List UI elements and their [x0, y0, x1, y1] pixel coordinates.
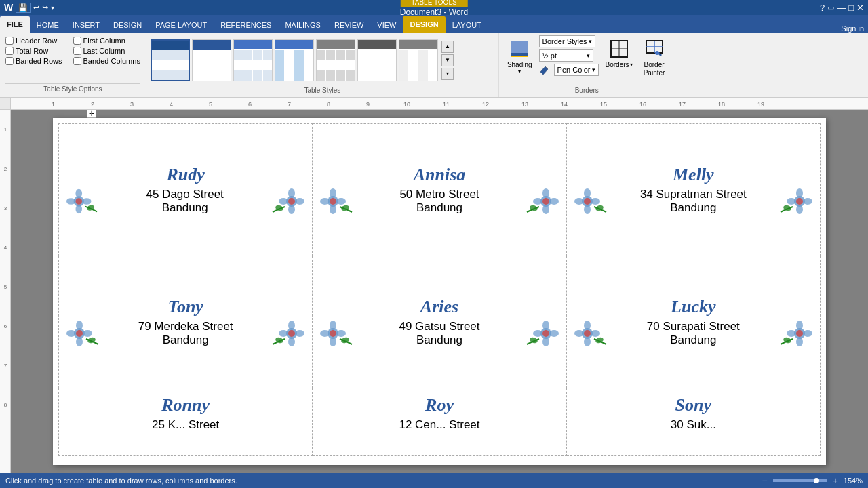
- tab-review[interactable]: REVIEW: [328, 18, 370, 33]
- label-cell-annisa[interactable]: Annisa: [313, 124, 566, 256]
- redo-icon[interactable]: ↪: [42, 3, 48, 12]
- svg-point-78: [787, 198, 796, 205]
- table-move-handle[interactable]: ✛: [87, 110, 96, 118]
- street-sony: 30 Suk...: [671, 418, 716, 432]
- help-icon[interactable]: ?: [820, 3, 825, 13]
- tab-table-design[interactable]: DESIGN: [403, 16, 445, 33]
- zoom-slider[interactable]: [773, 479, 827, 482]
- label-cell-sony[interactable]: Sony 30 Suk...: [566, 388, 820, 456]
- svg-text:17: 17: [679, 101, 686, 108]
- first-column-checkbox-label[interactable]: First Column: [73, 37, 140, 45]
- undo-icon[interactable]: ↩: [33, 3, 39, 12]
- total-row-checkbox[interactable]: [5, 47, 14, 55]
- border-painter-button[interactable]: BorderPainter: [639, 35, 669, 79]
- city-aries: Bandung: [355, 333, 524, 347]
- svg-point-83: [76, 337, 83, 346]
- label-cell-roy[interactable]: Roy 12 Cen... Street: [313, 388, 566, 456]
- svg-point-120: [787, 330, 796, 337]
- svg-point-117: [796, 321, 803, 330]
- svg-point-43: [82, 198, 91, 205]
- flower-right-3: [778, 188, 813, 215]
- table-style-7[interactable]: [399, 39, 438, 81]
- tab-insert[interactable]: INSERT: [66, 18, 106, 33]
- shading-button[interactable]: Shading ▾: [505, 35, 535, 76]
- table-style-4[interactable]: [275, 39, 314, 81]
- scroll-up-button[interactable]: ▲: [441, 41, 454, 53]
- svg-point-76: [796, 205, 803, 214]
- tab-page-layout[interactable]: PAGE LAYOUT: [149, 18, 214, 33]
- banded-columns-checkbox-label[interactable]: Banded Columns: [73, 57, 140, 65]
- ribbon-collapse-icon[interactable]: ▭: [827, 3, 834, 12]
- tab-table-layout[interactable]: LAYOUT: [446, 18, 488, 33]
- pen-color-dropdown-icon[interactable]: ▾: [592, 66, 595, 73]
- table-style-3[interactable]: [233, 39, 273, 81]
- tab-references[interactable]: REFERENCES: [214, 18, 278, 33]
- borders-label: Borders: [606, 61, 629, 68]
- svg-point-58: [330, 198, 336, 205]
- svg-point-69: [584, 205, 591, 214]
- table-style-2[interactable]: [192, 39, 231, 81]
- name-rudy: Rudy: [166, 165, 204, 185]
- border-styles-button[interactable]: Border Styles ▾: [539, 35, 595, 47]
- pen-color-button[interactable]: Pen Color ▾: [554, 64, 599, 76]
- minimize-icon[interactable]: —: [837, 3, 846, 13]
- svg-point-10: [655, 51, 659, 55]
- table-style-options-label: Table Style Options: [5, 83, 140, 93]
- line-weight-combo[interactable]: ½ pt ▾: [539, 49, 593, 62]
- close-icon[interactable]: ✕: [856, 3, 864, 13]
- label-cell-aries[interactable]: Aries: [313, 256, 566, 388]
- label-cell-rudy[interactable]: Rudy: [59, 124, 313, 256]
- tab-file[interactable]: FILE: [0, 16, 30, 33]
- last-column-checkbox[interactable]: [73, 47, 81, 55]
- tab-mailings[interactable]: MAILINGS: [278, 18, 328, 33]
- banded-columns-checkbox[interactable]: [73, 57, 81, 65]
- last-column-checkbox-label[interactable]: Last Column: [73, 47, 140, 55]
- street-rudy: 45 Dago Street: [100, 188, 270, 201]
- borders-button[interactable]: Borders ▾: [603, 35, 635, 70]
- svg-point-106: [533, 330, 542, 337]
- status-bar: Click and drag to create table and to dr…: [0, 473, 868, 488]
- table-style-6[interactable]: [357, 39, 397, 81]
- tab-design[interactable]: DESIGN: [106, 18, 149, 33]
- table-styles-label: Table Styles: [151, 85, 494, 94]
- svg-text:18: 18: [718, 101, 725, 108]
- shading-dropdown-icon[interactable]: ▾: [518, 68, 521, 75]
- zoom-thumb: [814, 478, 819, 483]
- table-style-5[interactable]: [316, 39, 355, 81]
- svg-point-70: [574, 198, 584, 205]
- svg-text:3: 3: [3, 205, 7, 211]
- maximize-icon[interactable]: □: [848, 3, 854, 13]
- label-cell-melly[interactable]: Melly: [566, 124, 820, 256]
- label-cell-tony[interactable]: Tony: [59, 256, 313, 388]
- svg-point-118: [796, 337, 803, 346]
- customize-icon[interactable]: ▾: [51, 4, 54, 12]
- zoom-out-icon[interactable]: −: [762, 475, 767, 486]
- svg-point-110: [584, 321, 591, 330]
- tab-home[interactable]: HOME: [30, 18, 66, 33]
- svg-text:2: 2: [3, 166, 7, 172]
- border-styles-dropdown-icon[interactable]: ▾: [589, 38, 592, 45]
- label-cell-lucky[interactable]: Lucky: [566, 256, 820, 388]
- styles-scroll-controls: ▲ ▼ ▾: [441, 41, 454, 80]
- sign-in-button[interactable]: Sign in: [841, 24, 864, 33]
- banded-rows-checkbox-label[interactable]: Banded Rows: [5, 57, 62, 65]
- name-ronny: Ronny: [161, 395, 210, 415]
- table-style-1[interactable]: [151, 39, 190, 81]
- tab-view[interactable]: VIEW: [370, 18, 403, 33]
- street-lucky: 70 Surapati Street: [609, 320, 778, 333]
- first-column-checkbox[interactable]: [73, 37, 81, 45]
- svg-point-42: [66, 198, 75, 205]
- header-row-checkbox-label[interactable]: Header Row: [5, 37, 62, 45]
- label-cell-ronny[interactable]: Ronny 25 K... Street: [59, 388, 313, 456]
- zoom-in-icon[interactable]: +: [833, 475, 838, 486]
- flower-right-2: [524, 188, 559, 215]
- line-weight-dropdown-icon[interactable]: ▾: [587, 52, 590, 59]
- border-painter-label: BorderPainter: [644, 61, 665, 77]
- quick-save-icon[interactable]: 💾: [16, 3, 31, 13]
- scroll-more-button[interactable]: ▾: [441, 68, 454, 80]
- borders-dropdown-icon[interactable]: ▾: [630, 62, 633, 68]
- banded-rows-checkbox[interactable]: [5, 57, 14, 65]
- scroll-down-button[interactable]: ▼: [441, 54, 454, 66]
- header-row-checkbox[interactable]: [5, 37, 14, 45]
- total-row-checkbox-label[interactable]: Total Row: [5, 47, 62, 55]
